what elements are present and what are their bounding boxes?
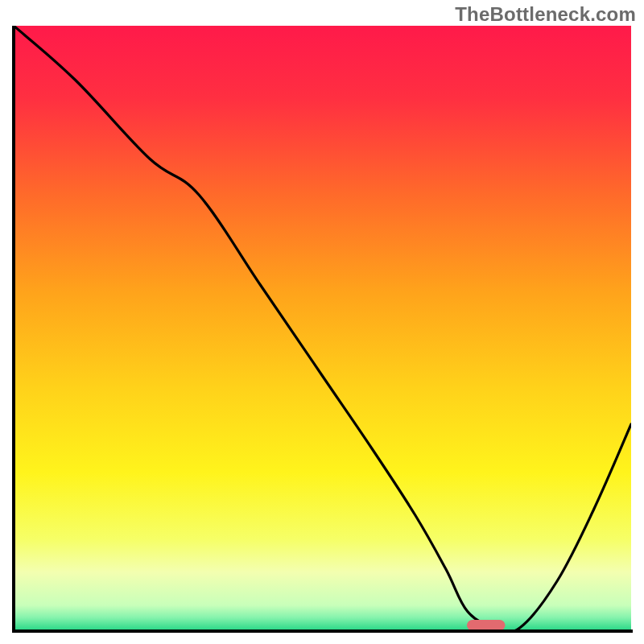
axes-frame (12, 26, 633, 633)
chart-root: TheBottleneck.com (0, 0, 644, 644)
watermark-text: TheBottleneck.com (455, 3, 636, 26)
